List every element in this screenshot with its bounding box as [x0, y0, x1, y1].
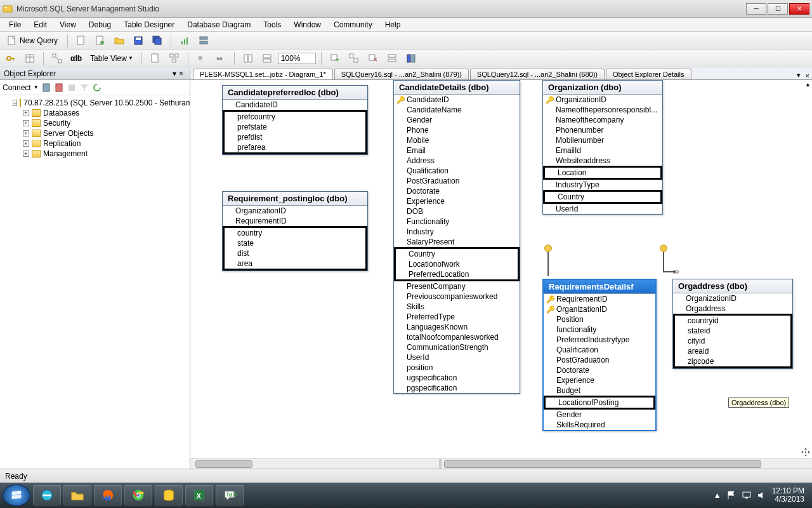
column-row[interactable]: CandidateID — [223, 100, 367, 110]
column-row[interactable]: Qualification — [394, 166, 520, 176]
column-row[interactable]: RequirementID — [223, 216, 367, 226]
column-row[interactable]: Country — [396, 249, 473, 259]
object-tree[interactable]: −70.87.28.215 (SQL Server 10.50.2500 - S… — [0, 95, 190, 469]
table-view-button[interactable]: Table View ▼ — [87, 52, 136, 65]
connect-server-icon[interactable] — [41, 83, 51, 93]
column-row[interactable]: LanguagesKnown — [394, 322, 520, 332]
column-row[interactable]: PostGraduation — [544, 355, 655, 365]
close-button[interactable]: ✕ — [789, 3, 809, 15]
column-row[interactable]: Skills — [394, 302, 520, 312]
column-row[interactable]: PreferredIndustrytype — [544, 335, 655, 345]
start-button[interactable] — [3, 485, 30, 506]
column-row[interactable]: Orgaddress — [673, 304, 792, 314]
taskbar-gtalk[interactable]: talk — [216, 485, 244, 505]
tree-node[interactable]: +Security — [23, 118, 187, 128]
network-icon[interactable] — [742, 490, 752, 500]
table-orgaddress[interactable]: Orgaddress (dbo) OrganizationIDOrgaddres… — [672, 279, 793, 369]
menu-view[interactable]: View — [53, 19, 82, 30]
minimize-button[interactable]: ─ — [746, 3, 766, 15]
system-tray[interactable]: ▲ 12:10 PM 4/3/2013 — [714, 487, 809, 504]
refresh-button[interactable] — [403, 52, 419, 65]
tray-up-icon[interactable]: ▲ — [714, 491, 721, 500]
column-row[interactable]: position — [394, 363, 520, 373]
arrange-button[interactable] — [166, 52, 183, 65]
column-row[interactable]: Location — [545, 168, 590, 178]
activity-monitor-button[interactable] — [176, 34, 193, 47]
taskbar-chrome[interactable] — [124, 485, 152, 505]
add-table-button[interactable]: + — [327, 52, 343, 65]
tab-close-icon[interactable]: × — [803, 72, 812, 79]
column-row[interactable]: zipcode — [675, 356, 723, 366]
save-all-button[interactable] — [149, 34, 166, 47]
table-candidatedetails[interactable]: CandidateDetails (dbo) 🔑CandidateIDCandi… — [393, 80, 520, 394]
menu-window[interactable]: Window — [287, 19, 327, 30]
column-row[interactable]: dist — [225, 248, 266, 258]
column-row[interactable]: prefcountry — [225, 112, 279, 122]
taskbar-explorer[interactable] — [63, 485, 91, 505]
key-button[interactable] — [3, 52, 19, 65]
column-row[interactable]: Budget — [544, 385, 655, 396]
open-file-button[interactable] — [73, 34, 89, 47]
disconnect-icon[interactable] — [54, 83, 64, 93]
column-row[interactable]: 🔑RequirementID — [544, 294, 655, 304]
taskbar-ssms[interactable] — [155, 485, 183, 505]
connect-button[interactable]: Connect — [3, 83, 31, 92]
panel-close-icon[interactable]: × — [176, 69, 186, 78]
column-row[interactable]: Mobile — [394, 135, 520, 145]
column-row[interactable]: Position — [544, 314, 655, 324]
column-row[interactable]: area — [225, 258, 266, 269]
open-project-button[interactable] — [92, 34, 108, 47]
relationship-button[interactable] — [49, 52, 65, 65]
column-row[interactable]: Nameofthepersonresponsibl... — [543, 105, 662, 115]
column-row[interactable]: Qualification — [544, 345, 655, 355]
column-row[interactable]: DOB — [394, 206, 520, 217]
column-row[interactable]: Nameofthecompany — [543, 115, 662, 125]
tab-diagram[interactable]: PLESK-MSSQL1.set...jobz - Diagram_1* — [193, 69, 333, 79]
column-row[interactable]: CandidateName — [394, 105, 520, 115]
tree-server-node[interactable]: −70.87.28.215 (SQL Server 10.50.2500 - S… — [13, 98, 187, 108]
tab-dropdown-icon[interactable]: ▾ — [794, 71, 803, 79]
column-row[interactable]: CommunicationStrength — [394, 342, 520, 352]
column-row[interactable]: PreferredLocation — [396, 269, 473, 279]
tree-node[interactable]: +Management — [23, 149, 187, 159]
column-row[interactable]: IndustryType — [543, 180, 662, 190]
stop-icon[interactable] — [67, 83, 77, 93]
diagram-canvas[interactable]: Candidatepreferredloc (dbo) CandidateIDp… — [190, 80, 812, 458]
volume-icon[interactable] — [757, 490, 767, 500]
column-row[interactable]: state — [225, 238, 266, 248]
column-row[interactable]: EmailId — [543, 145, 662, 156]
taskbar-firefox[interactable] — [94, 485, 122, 505]
clock[interactable]: 12:10 PM 4/3/2013 — [772, 487, 804, 504]
column-row[interactable]: Experience — [394, 196, 520, 206]
column-row[interactable]: country — [225, 228, 266, 238]
move-handle-icon[interactable] — [801, 447, 811, 457]
column-row[interactable]: Previouscompaniesworked — [394, 291, 520, 302]
tab-query12[interactable]: SQLQuery12.sql - ...an2_Shalini (680)) — [470, 69, 605, 79]
column-row[interactable]: Phone — [394, 125, 520, 135]
column-row[interactable]: Email — [394, 145, 520, 156]
tree-node[interactable]: +Databases — [23, 108, 187, 118]
table-organization[interactable]: Organization (dbo) 🔑OrganizationIDNameof… — [542, 80, 663, 215]
column-row[interactable]: Country — [545, 192, 588, 202]
column-row[interactable]: Doctorate — [394, 186, 520, 196]
column-row[interactable]: Phonenumber — [543, 125, 662, 135]
column-row[interactable]: Functionality — [394, 217, 520, 227]
column-row[interactable]: UserId — [543, 204, 662, 214]
filter-icon[interactable] — [79, 83, 89, 93]
column-row[interactable]: Mobilenumber — [543, 135, 662, 145]
table-candidatepreferredloc[interactable]: Candidatepreferredloc (dbo) CandidateIDp… — [222, 85, 368, 155]
page-break-button[interactable] — [240, 52, 256, 65]
column-row[interactable]: functionality — [544, 324, 655, 335]
column-row[interactable]: LocationofPosting — [546, 398, 622, 408]
show-relationships-button[interactable]: ≡ — [193, 52, 210, 65]
column-row[interactable]: SkillsRequired — [544, 420, 655, 430]
column-row[interactable]: OrganizationID — [223, 206, 367, 216]
menu-file[interactable]: File — [3, 19, 27, 30]
column-row[interactable]: Locationofwork — [396, 259, 473, 269]
menu-table-designer[interactable]: Table Designer — [117, 19, 181, 30]
refresh-tree-icon[interactable] — [92, 83, 102, 93]
menu-debug[interactable]: Debug — [82, 19, 117, 30]
column-row[interactable]: Gender — [394, 115, 520, 125]
menu-edit[interactable]: Edit — [27, 19, 53, 30]
zoom-combo[interactable] — [278, 53, 316, 64]
